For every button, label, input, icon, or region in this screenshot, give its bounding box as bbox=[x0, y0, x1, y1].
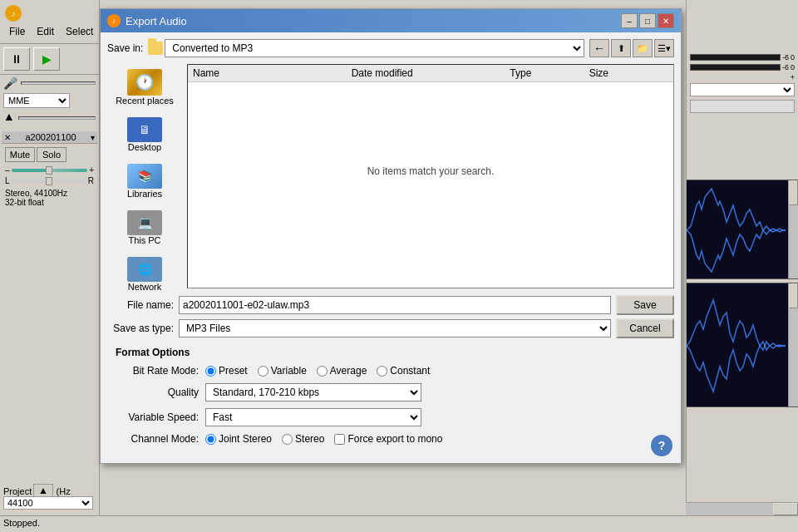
format-options-title: Format Options bbox=[116, 347, 666, 358]
transport-bar: ⏸ ▶ bbox=[0, 44, 99, 75]
pan-row: L R bbox=[5, 176, 94, 185]
app-icon: ♪ bbox=[5, 5, 22, 22]
minimize-button[interactable]: – bbox=[621, 13, 638, 28]
quality-select[interactable]: Standard, 170-210 kbps Medium, 145-185 k… bbox=[205, 383, 421, 401]
menu-select[interactable]: Select bbox=[63, 25, 96, 38]
maximize-button[interactable]: □ bbox=[639, 13, 656, 28]
nav-recent-places[interactable]: 🕐 Recent places bbox=[107, 64, 182, 111]
constant-radio-item[interactable]: Constant bbox=[377, 365, 430, 377]
constant-radio[interactable] bbox=[377, 366, 387, 377]
menu-bar: File Edit Select bbox=[3, 23, 96, 40]
variable-radio[interactable] bbox=[258, 366, 268, 377]
mute-button[interactable]: Mute bbox=[5, 147, 35, 162]
back-button[interactable]: ← bbox=[589, 39, 609, 57]
file-name-input[interactable] bbox=[179, 296, 611, 314]
nav-this-pc[interactable]: 💻 This PC bbox=[107, 205, 182, 250]
waveform-bottom-thumb[interactable] bbox=[789, 283, 798, 308]
nav-desktop[interactable]: 🖥 Desktop bbox=[107, 112, 182, 157]
no-items-message: No items match your search. bbox=[188, 82, 673, 260]
collapse-button[interactable]: ▲ bbox=[33, 484, 53, 497]
network-icon: 🌐 bbox=[127, 257, 162, 282]
waveform-bottom-scrollbar[interactable] bbox=[788, 283, 798, 406]
view-button[interactable]: ☰▾ bbox=[654, 39, 674, 57]
menu-file[interactable]: File bbox=[7, 25, 27, 38]
meter-bar-2 bbox=[690, 64, 781, 71]
network-label: Network bbox=[128, 282, 161, 292]
right-panel: -6 0 -6 0 + bbox=[686, 0, 798, 532]
recent-places-icon: 🕐 bbox=[127, 69, 162, 96]
save-in-row: Save in: Converted to MP3 ← ⬆ 📁 ☰▾ bbox=[107, 39, 674, 57]
variable-radio-item[interactable]: Variable bbox=[258, 365, 307, 377]
play-button[interactable]: ▶ bbox=[33, 47, 60, 71]
waveform-scrollbar[interactable] bbox=[788, 180, 798, 278]
preset-radio[interactable] bbox=[205, 366, 216, 377]
project-rate-select[interactable]: 44100 bbox=[3, 496, 93, 510]
scrollbar-thumb[interactable] bbox=[789, 180, 798, 205]
close-button[interactable]: ✕ bbox=[658, 13, 674, 28]
nav-libraries[interactable]: 📚 Libraries bbox=[107, 159, 182, 204]
stereo-radio-item[interactable]: Stereo bbox=[282, 433, 324, 445]
bit-rate-mode-group: Preset Variable Average Constant bbox=[205, 365, 430, 377]
folder-icon bbox=[148, 42, 163, 55]
joint-stereo-label: Joint Stereo bbox=[219, 433, 272, 445]
plus-label: + bbox=[690, 73, 795, 81]
up-button[interactable]: ⬆ bbox=[611, 39, 631, 57]
this-pc-label: This PC bbox=[128, 235, 160, 245]
meter-bar-1 bbox=[690, 54, 781, 61]
track-dropdown[interactable]: ▾ bbox=[91, 133, 95, 142]
joint-stereo-radio-item[interactable]: Joint Stereo bbox=[205, 433, 272, 445]
channel-mode-group: Joint Stereo Stereo Force export to mono bbox=[205, 433, 442, 445]
col-name-header: Name bbox=[193, 67, 352, 79]
cancel-button[interactable]: Cancel bbox=[616, 318, 674, 338]
track-close[interactable]: ✕ bbox=[4, 133, 11, 142]
device-select[interactable]: MME bbox=[3, 93, 70, 108]
dialog-title: Export Audio bbox=[126, 15, 187, 27]
solo-button[interactable]: Solo bbox=[37, 147, 66, 162]
status-text: Stopped. bbox=[3, 518, 40, 528]
save-button[interactable]: Save bbox=[616, 295, 674, 315]
joint-stereo-radio[interactable] bbox=[205, 434, 216, 445]
waveform-top bbox=[687, 180, 798, 279]
track-controls: Mute Solo – + L R Stereo, 44100Hz bbox=[2, 144, 97, 210]
mic-icon: 🎤 bbox=[3, 76, 17, 90]
save-in-select[interactable]: Converted to MP3 bbox=[165, 39, 584, 57]
save-as-type-select[interactable]: MP3 Files bbox=[179, 319, 611, 337]
force-mono-item[interactable]: Force export to mono bbox=[334, 433, 442, 445]
new-folder-button[interactable]: 📁 bbox=[633, 39, 653, 57]
volume-row: – + bbox=[5, 165, 94, 175]
recent-places-label: Recent places bbox=[116, 96, 174, 106]
track-info: Stereo, 44100Hz 32-bit float bbox=[5, 189, 94, 207]
col-size-header: Size bbox=[589, 67, 668, 79]
title-controls: – □ ✕ bbox=[621, 13, 674, 28]
dialog-icon: ♪ bbox=[107, 14, 121, 27]
quality-row: Quality Standard, 170-210 kbps Medium, 1… bbox=[116, 383, 666, 401]
pause-button[interactable]: ⏸ bbox=[3, 47, 30, 71]
preset-label: Preset bbox=[219, 365, 248, 377]
mute-solo-row: Mute Solo bbox=[5, 147, 94, 162]
preset-radio-item[interactable]: Preset bbox=[205, 365, 248, 377]
input-row: ▼ bbox=[0, 110, 99, 126]
left-panel-top: ♪ File Edit Select bbox=[0, 0, 99, 44]
menu-edit[interactable]: Edit bbox=[34, 25, 57, 38]
h-scrollbar-thumb[interactable] bbox=[773, 503, 798, 515]
meter-label-right: 0 bbox=[791, 53, 795, 62]
force-mono-checkbox[interactable] bbox=[334, 434, 345, 445]
dialog-titlebar: ♪ Export Audio – □ ✕ bbox=[101, 9, 681, 32]
horizontal-scrollbar[interactable] bbox=[686, 502, 798, 515]
channel-mode-row: Channel Mode: Joint Stereo Stereo Force … bbox=[116, 433, 666, 445]
variable-speed-row: Variable Speed: Fast Standard Slow bbox=[116, 408, 666, 426]
file-list: Name Date modified Type Size No items ma… bbox=[187, 64, 674, 288]
libraries-label: Libraries bbox=[127, 189, 162, 199]
stereo-radio[interactable] bbox=[282, 434, 293, 445]
constant-label: Constant bbox=[390, 365, 430, 377]
nav-network[interactable]: 🌐 Network bbox=[107, 252, 182, 297]
average-radio-item[interactable]: Average bbox=[317, 365, 367, 377]
variable-speed-select[interactable]: Fast Standard Slow bbox=[205, 408, 421, 426]
nav-panel: 🕐 Recent places 🖥 Desktop 📚 Libraries 💻 … bbox=[107, 64, 182, 288]
status-bar: Stopped. bbox=[0, 515, 798, 532]
help-button[interactable]: ? bbox=[651, 435, 672, 456]
average-radio[interactable] bbox=[317, 366, 328, 377]
meter-row-2: -6 0 bbox=[690, 63, 795, 71]
waveform-bottom bbox=[687, 283, 798, 407]
meter-select[interactable] bbox=[690, 83, 795, 96]
